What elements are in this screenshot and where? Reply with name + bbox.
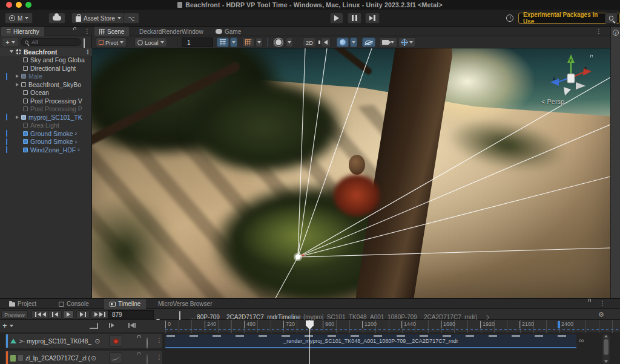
- tab-game[interactable]: Game: [211, 27, 246, 36]
- hierarchy-item-beachfront[interactable]: Beachfront ⋮: [0, 48, 92, 56]
- expand-collapse-icon[interactable]: [16, 115, 19, 119]
- document-proxy-icon: [177, 2, 182, 8]
- hierarchy-item-beachfront-skybox[interactable]: Beachfront_SkyBo: [0, 80, 92, 89]
- pause-button[interactable]: [348, 13, 361, 24]
- undo-history-button[interactable]: [503, 13, 517, 24]
- tool-handle-position-dropdown[interactable]: Pivot: [96, 37, 127, 47]
- hierarchy-item-windzone[interactable]: WindZone_HDF ›: [0, 146, 92, 154]
- play-button[interactable]: [330, 13, 343, 24]
- gizmos-dropdown[interactable]: [398, 37, 416, 47]
- expand-collapse-icon[interactable]: [16, 74, 19, 78]
- grid-snapping-toggle[interactable]: [242, 37, 254, 47]
- hierarchy-item-post-processing-v[interactable]: Post Processing V: [0, 97, 92, 105]
- timeline-end-marker: [558, 321, 560, 328]
- frame-number-field[interactable]: 879: [108, 310, 154, 319]
- insert-frame-button[interactable]: [109, 323, 114, 328]
- cloud-button[interactable]: [48, 13, 65, 24]
- timeline-menu-button[interactable]: ⋮: [599, 301, 605, 307]
- scene-lighting-dropdown[interactable]: [286, 37, 293, 47]
- scene-lighting-toggle[interactable]: [272, 37, 285, 47]
- tab-microverse-browser[interactable]: MicroVerse Browser: [153, 299, 217, 309]
- tab-deckard-render-window[interactable]: DeckardRenderWindow: [134, 27, 208, 36]
- scene-viewport[interactable]: y x z < Persp: [92, 48, 610, 298]
- 2d-mode-toggle[interactable]: 2D: [303, 37, 316, 47]
- collapsed-inspector-strip[interactable]: i: [610, 27, 620, 298]
- track1-name: myproj_SC101_TK048_: [27, 338, 93, 345]
- hierarchy-item-directional-light[interactable]: Directional Light: [0, 64, 92, 73]
- camera-settings-button[interactable]: [379, 37, 397, 47]
- eye-off-icon: [365, 41, 372, 45]
- hierarchy-item-area-light[interactable]: Area Light: [0, 122, 92, 130]
- object-picker-icon[interactable]: ⊙: [94, 337, 100, 345]
- tab-console[interactable]: Console: [53, 299, 94, 309]
- tab-project[interactable]: Project: [4, 299, 42, 309]
- curves-view-button[interactable]: [90, 323, 98, 329]
- step-button[interactable]: [365, 13, 380, 24]
- version-control-button[interactable]: [124, 13, 139, 24]
- track2-menu-button[interactable]: ⋮: [156, 354, 162, 360]
- override-bar: [6, 130, 7, 137]
- track1-menu-button[interactable]: ⋮: [156, 337, 162, 343]
- track2-curves-button[interactable]: [109, 353, 122, 363]
- tab-timeline[interactable]: Timeline: [104, 299, 146, 309]
- open-prefab-arrow[interactable]: ›: [75, 138, 77, 145]
- scene-view-menu-button[interactable]: ⋮: [596, 28, 602, 34]
- gameobject-icon: [23, 99, 28, 103]
- expand-collapse-icon[interactable]: [16, 83, 19, 86]
- hierarchy-item-ground-smoke-2[interactable]: Ground Smoke ›: [0, 138, 92, 146]
- scroll-up-arrow[interactable]: [604, 335, 608, 337]
- effects-toggle[interactable]: [337, 37, 349, 47]
- next-frame-button[interactable]: [76, 310, 90, 319]
- asset-store-button[interactable]: Asset Store: [71, 13, 125, 24]
- previous-frame-button[interactable]: [48, 310, 62, 319]
- account-button[interactable]: M: [5, 13, 33, 24]
- object-picker-icon[interactable]: ⊙: [91, 354, 96, 362]
- activation-track-icon: [10, 339, 16, 343]
- tab-hierarchy[interactable]: ☰ Hierarchy: [1, 27, 44, 36]
- open-prefab-arrow[interactable]: ›: [75, 130, 77, 137]
- view-orientation-gizmo[interactable]: y x z: [537, 53, 604, 102]
- hierarchy-create-button[interactable]: +: [2, 38, 18, 46]
- hierarchy-item-myproj[interactable]: myproj_SC101_TK: [0, 113, 92, 122]
- grid-snapping-dropdown[interactable]: [256, 37, 263, 47]
- timeline-icon: [110, 302, 116, 307]
- scene-menu-button[interactable]: ⋮: [85, 49, 91, 55]
- add-track-button[interactable]: +: [2, 322, 13, 330]
- preview-toggle[interactable]: Preview: [1, 310, 28, 319]
- override-bar: [6, 138, 7, 145]
- track1-clip[interactable]: _render_myproj_SC101_TK048_A001_1080P-70…: [165, 334, 576, 348]
- hierarchy-item-ocean[interactable]: Ocean: [0, 89, 92, 97]
- grid-size-field[interactable]: 1: [182, 37, 213, 47]
- titlebar: Beachfront - HDRP VP Tool Time - Windows…: [0, 0, 620, 10]
- hierarchy-item-male[interactable]: Male: [0, 73, 92, 81]
- marker-range-button[interactable]: [128, 323, 136, 328]
- perspective-mode-label[interactable]: < Persp: [541, 98, 564, 105]
- goto-start-button[interactable]: [31, 310, 50, 319]
- timeline-ruler[interactable]: 0 240 480 720 960 1200 1440 1680 1920 21…: [165, 320, 620, 333]
- console-icon: [59, 302, 64, 307]
- hierarchy-item-post-processing-p[interactable]: Post Processing P: [0, 105, 92, 114]
- expand-collapse-icon[interactable]: [10, 50, 13, 53]
- hidden-objects-toggle[interactable]: [362, 37, 375, 47]
- hierarchy-menu-button[interactable]: ⋮: [84, 28, 90, 34]
- unity-editor-window: Beachfront - HDRP VP Tool Time - Windows…: [0, 0, 620, 364]
- sun-icon: [275, 39, 282, 45]
- goto-end-button[interactable]: [91, 310, 109, 319]
- hierarchy-item-ground-smoke-1[interactable]: Ground Smoke ›: [0, 129, 92, 138]
- hierarchy-item-sky-fog[interactable]: Sky and Fog Globa: [0, 56, 92, 65]
- account-icon: [9, 15, 15, 21]
- track2-mute-button[interactable]: [147, 355, 148, 364]
- hierarchy-search-input[interactable]: All: [21, 38, 81, 46]
- timeline-settings-button[interactable]: ⚙: [598, 311, 604, 319]
- open-prefab-arrow[interactable]: ›: [78, 146, 79, 153]
- tool-handle-rotation-dropdown[interactable]: Local: [134, 37, 167, 47]
- audio-toggle[interactable]: [321, 37, 331, 47]
- search-button[interactable]: [605, 13, 618, 24]
- grid-visibility-dropdown[interactable]: [230, 37, 237, 47]
- track1-record-button[interactable]: [109, 336, 122, 346]
- track1-mute-button[interactable]: [147, 338, 148, 349]
- timeline-play-button[interactable]: [63, 310, 74, 319]
- grid-visibility-toggle[interactable]: [217, 37, 229, 47]
- tab-scene[interactable]: Scene: [94, 27, 129, 36]
- effects-dropdown[interactable]: [350, 37, 357, 47]
